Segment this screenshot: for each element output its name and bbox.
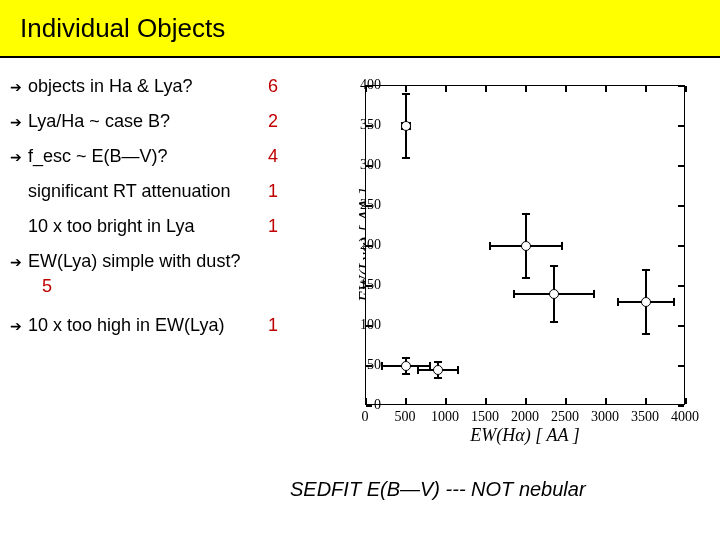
bullet-text: Lya/Ha ~ case B? (28, 111, 268, 132)
x-tick-label: 2500 (551, 409, 579, 425)
sub-text: significant RT attenuation (28, 181, 268, 202)
data-point (549, 289, 559, 299)
arrow-icon: ➔ (10, 76, 28, 95)
data-point (401, 361, 411, 371)
title-bar: Individual Objects (0, 0, 720, 58)
y-tick-label: 0 (374, 397, 381, 413)
y-tick-label: 200 (360, 237, 381, 253)
sub-text: 10 x too bright in Lya (28, 216, 268, 237)
y-tick-label: 400 (360, 77, 381, 93)
x-tick-label: 0 (362, 409, 369, 425)
y-tick-label: 300 (360, 157, 381, 173)
arrow-icon: ➔ (10, 251, 28, 270)
x-tick-label: 500 (395, 409, 416, 425)
sub-value: 1 (268, 181, 298, 202)
sub-value: 1 (268, 216, 298, 237)
plot-area (365, 85, 685, 405)
x-tick-label: 1500 (471, 409, 499, 425)
x-tick-label: 4000 (671, 409, 699, 425)
y-tick-label: 350 (360, 117, 381, 133)
bullet-value: 6 (268, 76, 298, 97)
bullet-text: objects in Ha & Lya? (28, 76, 268, 97)
bullet-value: 4 (268, 146, 298, 167)
bullet-text: 10 x too high in EW(Lya) (28, 315, 268, 336)
data-point (401, 121, 411, 131)
bullet-text: EW(Lya) simple with dust? (28, 251, 288, 272)
arrow-icon: ➔ (10, 315, 28, 334)
arrow-icon: ➔ (10, 146, 28, 165)
data-point (433, 365, 443, 375)
x-tick-label: 2000 (511, 409, 539, 425)
y-tick-label: 50 (367, 357, 381, 373)
bullet-text: f_esc ~ E(B—V)? (28, 146, 268, 167)
x-tick-label: 3000 (591, 409, 619, 425)
arrow-icon: ➔ (10, 111, 28, 130)
bullet-value: 2 (268, 111, 298, 132)
slide-title: Individual Objects (20, 13, 225, 44)
x-axis-label: EW(Hα) [ AA ] (365, 425, 685, 446)
scatter-chart: EW(Lyα) [ AA ] EW(Hα) [ AA ] 05010015020… (305, 75, 705, 455)
bullet-value: 1 (268, 315, 298, 336)
data-point (641, 297, 651, 307)
slide: Individual Objects ➔ objects in Ha & Lya… (0, 0, 720, 540)
x-tick-label: 3500 (631, 409, 659, 425)
y-tick-label: 100 (360, 317, 381, 333)
y-tick-label: 250 (360, 197, 381, 213)
data-point (521, 241, 531, 251)
y-tick-label: 150 (360, 277, 381, 293)
x-tick-label: 1000 (431, 409, 459, 425)
footer-note: SEDFIT E(B—V) --- NOT nebular (290, 478, 586, 501)
